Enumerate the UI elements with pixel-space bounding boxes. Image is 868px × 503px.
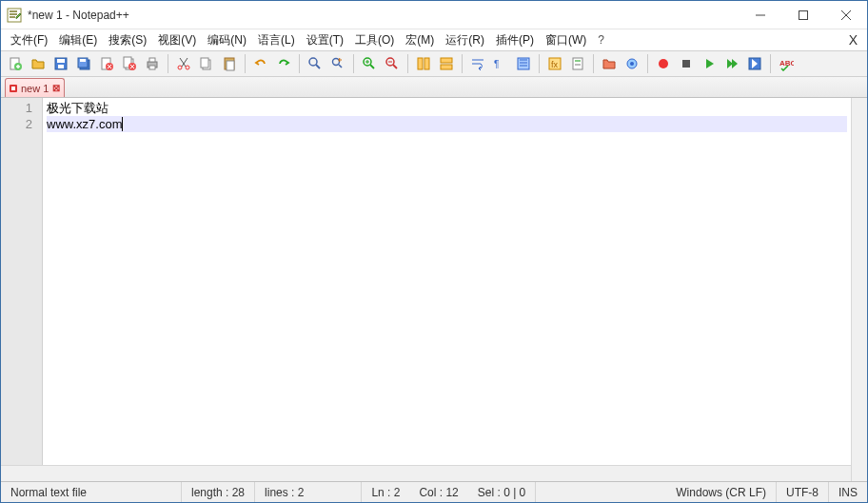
lang-icon[interactable]: fx <box>544 53 565 74</box>
menu-item[interactable]: 语言(L) <box>252 30 301 50</box>
svg-point-40 <box>630 62 634 66</box>
status-encoding[interactable]: UTF-8 <box>777 482 829 502</box>
tab-close-icon[interactable]: ⊠ <box>52 83 60 93</box>
svg-rect-29 <box>424 58 429 69</box>
mdi-close-button[interactable]: X <box>849 32 858 48</box>
window-title: *new 1 - Notepad++ <box>28 9 739 22</box>
svg-rect-6 <box>58 65 64 68</box>
status-eol[interactable]: Windows (CR LF) <box>666 482 777 502</box>
text-cursor <box>122 117 123 131</box>
play-multi-icon[interactable] <box>721 53 742 74</box>
copy-icon[interactable] <box>196 53 217 74</box>
toolbar-separator <box>647 54 648 73</box>
toolbar-separator <box>462 54 463 73</box>
close-button[interactable] <box>824 1 867 29</box>
wordwrap-icon[interactable] <box>467 53 488 74</box>
doc-map-icon[interactable] <box>567 53 588 74</box>
close-all-icon[interactable] <box>119 53 140 74</box>
line-number-gutter: 12 <box>1 98 43 465</box>
menu-help[interactable]: ? <box>592 31 610 48</box>
spellcheck-icon[interactable]: ABC <box>776 53 797 74</box>
status-col: Col : 12 <box>409 482 467 502</box>
status-mode[interactable]: INS <box>829 482 867 502</box>
svg-rect-23 <box>227 61 234 70</box>
svg-text:fx: fx <box>551 60 559 69</box>
minimize-button[interactable] <box>739 1 781 29</box>
menu-item[interactable]: 搜索(S) <box>103 30 152 50</box>
menu-item[interactable]: 运行(R) <box>440 30 490 50</box>
app-icon <box>7 8 22 23</box>
save-macro-icon[interactable] <box>744 53 765 74</box>
vertical-scrollbar[interactable] <box>851 98 867 481</box>
toolbar: ¶fxABC <box>1 50 867 77</box>
svg-rect-38 <box>575 64 581 66</box>
toolbar-separator <box>770 54 771 73</box>
stop-icon[interactable] <box>676 53 697 74</box>
svg-point-41 <box>659 59 668 68</box>
save-all-icon[interactable] <box>73 53 94 74</box>
menu-item[interactable]: 插件(P) <box>490 30 540 50</box>
svg-rect-5 <box>57 59 65 63</box>
cut-icon[interactable] <box>173 53 194 74</box>
status-length: length : 28 <box>182 482 255 502</box>
show-all-icon[interactable]: ¶ <box>490 53 511 74</box>
zoom-in-icon[interactable] <box>359 53 380 74</box>
svg-point-24 <box>309 58 317 66</box>
maximize-button[interactable] <box>781 1 824 29</box>
unsaved-indicator-icon <box>10 85 17 92</box>
svg-point-25 <box>333 59 340 66</box>
print-icon[interactable] <box>142 53 163 74</box>
folder-icon[interactable] <box>599 53 620 74</box>
open-file-icon[interactable] <box>28 53 49 74</box>
svg-rect-16 <box>149 58 155 62</box>
tab-label: new 1 <box>21 83 49 94</box>
svg-rect-1 <box>799 10 807 19</box>
save-icon[interactable] <box>50 53 71 74</box>
toolbar-separator <box>353 54 354 73</box>
menu-item[interactable]: 窗口(W) <box>540 30 592 50</box>
text-area[interactable]: 极光下载站www.xz7.com <box>43 98 851 465</box>
close-icon[interactable] <box>96 53 117 74</box>
toolbar-separator <box>299 54 300 73</box>
svg-point-18 <box>178 66 182 69</box>
svg-rect-30 <box>441 58 452 63</box>
svg-rect-17 <box>149 66 155 69</box>
toolbar-separator <box>539 54 540 73</box>
zoom-out-icon[interactable] <box>382 53 403 74</box>
horizontal-scrollbar[interactable] <box>1 465 851 481</box>
status-sel: Sel : 0 | 0 <box>468 482 536 502</box>
new-file-icon[interactable] <box>5 53 26 74</box>
svg-rect-28 <box>418 58 423 69</box>
redo-icon[interactable] <box>273 53 294 74</box>
menu-item[interactable]: 设置(T) <box>301 30 349 50</box>
paste-icon[interactable] <box>219 53 240 74</box>
find-icon[interactable] <box>305 53 326 74</box>
undo-icon[interactable] <box>250 53 271 74</box>
svg-rect-31 <box>441 65 452 69</box>
editor-line: 极光下载站 <box>47 100 847 116</box>
document-tab[interactable]: new 1 ⊠ <box>5 78 65 97</box>
sync-h-icon[interactable] <box>436 53 457 74</box>
menu-item[interactable]: 文件(F) <box>5 30 53 50</box>
menu-item[interactable]: 编辑(E) <box>53 30 103 50</box>
replace-icon[interactable] <box>327 53 348 74</box>
toolbar-separator <box>245 54 246 73</box>
tabstrip: new 1 ⊠ <box>1 77 867 98</box>
indent-guide-icon[interactable] <box>513 53 534 74</box>
editor: 12 极光下载站www.xz7.com <box>1 98 851 465</box>
status-lines: lines : 2 <box>255 482 362 502</box>
app-window: *new 1 - Notepad++ 文件(F)编辑(E)搜索(S)视图(V)编… <box>0 0 868 503</box>
menu-item[interactable]: 工具(O) <box>349 30 400 50</box>
statusbar: Normal text file length : 28 lines : 2 L… <box>1 481 867 502</box>
svg-point-19 <box>186 66 189 69</box>
svg-text:¶: ¶ <box>494 59 499 69</box>
menu-item[interactable]: 编码(N) <box>202 30 252 50</box>
monitor-icon[interactable] <box>621 53 642 74</box>
sync-v-icon[interactable] <box>413 53 434 74</box>
play-icon[interactable] <box>699 53 720 74</box>
menu-item[interactable]: 视图(V) <box>152 30 202 50</box>
record-icon[interactable] <box>653 53 674 74</box>
window-controls <box>739 1 867 29</box>
toolbar-separator <box>593 54 594 73</box>
menu-item[interactable]: 宏(M) <box>400 30 440 50</box>
